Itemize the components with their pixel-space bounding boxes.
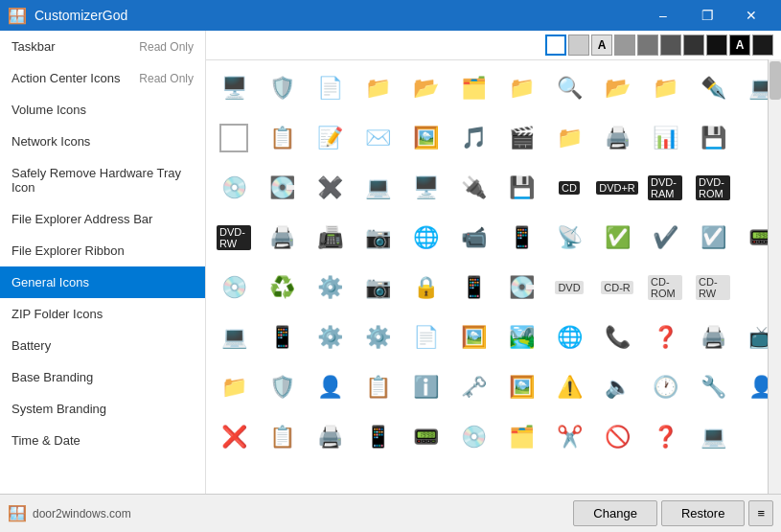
icon-cell[interactable]: 📁 bbox=[545, 114, 593, 162]
icon-cell[interactable]: DVD-ROM bbox=[689, 164, 737, 212]
minimize-button[interactable]: – bbox=[641, 0, 685, 31]
icon-cell[interactable]: 🛡️ bbox=[258, 64, 306, 112]
icon-cell[interactable]: 📁 bbox=[641, 64, 689, 112]
icon-cell[interactable]: 📝 bbox=[306, 114, 354, 162]
icon-cell[interactable]: 🖼️ bbox=[402, 114, 449, 162]
icon-cell[interactable]: 📡 bbox=[545, 214, 593, 262]
icon-cell[interactable]: 📋 bbox=[354, 363, 402, 411]
icon-cell[interactable]: 🛡️ bbox=[258, 363, 306, 411]
icon-cell[interactable]: 🖨️ bbox=[306, 413, 354, 461]
sidebar-item-safely-remove[interactable]: Safely Remove Hardware Tray Icon bbox=[0, 157, 205, 203]
close-button[interactable]: ✕ bbox=[729, 0, 773, 31]
icon-cell[interactable]: 🔧 bbox=[689, 363, 737, 411]
sidebar-item-general[interactable]: General Icons bbox=[0, 266, 205, 298]
icon-cell[interactable]: ✒️ bbox=[689, 64, 737, 112]
change-button[interactable]: Change bbox=[573, 500, 657, 526]
icon-cell[interactable]: 📊 bbox=[641, 114, 689, 162]
icon-cell[interactable]: ❌ bbox=[210, 413, 258, 461]
icon-cell[interactable] bbox=[210, 114, 258, 162]
icon-cell[interactable]: 🔈 bbox=[593, 363, 641, 411]
color-medium[interactable] bbox=[614, 35, 635, 56]
icon-cell[interactable]: 🗂️ bbox=[449, 64, 497, 112]
icon-cell[interactable]: ✅ bbox=[593, 214, 641, 262]
color-darkest[interactable] bbox=[706, 35, 727, 56]
color-darker[interactable] bbox=[683, 35, 704, 56]
icon-cell[interactable]: 🖼️ bbox=[497, 363, 545, 411]
icon-cell[interactable]: 🕐 bbox=[641, 363, 689, 411]
icon-cell[interactable]: 🗝️ bbox=[449, 363, 497, 411]
icon-cell[interactable]: 📁 bbox=[497, 64, 545, 112]
icon-cell[interactable]: 🖥️ bbox=[210, 64, 258, 112]
sidebar-item-system-branding[interactable]: System Branding bbox=[0, 393, 205, 425]
sidebar-item-network[interactable]: Network Icons bbox=[0, 126, 205, 157]
icon-cell[interactable]: 💿 bbox=[210, 264, 258, 312]
icon-cell[interactable]: 🎵 bbox=[449, 114, 497, 162]
icon-cell[interactable]: ⚙️ bbox=[354, 313, 402, 361]
icon-cell[interactable]: 📞 bbox=[593, 313, 641, 361]
icon-cell[interactable]: 📋 bbox=[258, 114, 306, 162]
color-letter-a[interactable]: A bbox=[591, 35, 612, 56]
sidebar-item-file-explorer-address[interactable]: File Explorer Address Bar bbox=[0, 203, 205, 235]
color-light[interactable] bbox=[568, 35, 589, 56]
icon-cell[interactable]: DVD-RAM bbox=[641, 164, 689, 212]
icon-cell[interactable]: 💾 bbox=[497, 164, 545, 212]
sidebar-item-zip[interactable]: ZIP Folder Icons bbox=[0, 298, 205, 330]
sidebar-item-taskbar[interactable]: Taskbar Read Only bbox=[0, 31, 205, 62]
icon-cell[interactable]: 🌐 bbox=[402, 214, 449, 262]
icon-cell[interactable]: 🖨️ bbox=[258, 214, 306, 262]
icon-cell[interactable]: CD-R bbox=[593, 264, 641, 312]
icon-cell[interactable]: 🔍 bbox=[545, 64, 593, 112]
icon-cell[interactable]: 📁 bbox=[210, 363, 258, 411]
icon-cell[interactable]: 📱 bbox=[449, 264, 497, 312]
icon-cell[interactable]: 🌐 bbox=[545, 313, 593, 361]
icon-cell[interactable]: 📠 bbox=[306, 214, 354, 262]
menu-button[interactable]: ≡ bbox=[748, 500, 773, 526]
icon-cell[interactable]: DVD bbox=[545, 264, 593, 312]
color-dark[interactable] bbox=[660, 35, 681, 56]
icon-cell[interactable]: 🎬 bbox=[497, 114, 545, 162]
icon-cell[interactable]: 🖥️ bbox=[402, 164, 449, 212]
icon-cell[interactable]: ✂️ bbox=[545, 413, 593, 461]
sidebar-item-battery[interactable]: Battery bbox=[0, 330, 205, 361]
icon-cell[interactable]: ℹ️ bbox=[402, 363, 449, 411]
icon-cell[interactable]: DVD-RW bbox=[210, 214, 258, 262]
icon-cell[interactable]: 💻 bbox=[689, 413, 737, 461]
maximize-button[interactable]: ❐ bbox=[685, 0, 729, 31]
icon-cell[interactable]: 📁 bbox=[354, 64, 402, 112]
icon-cell[interactable]: 📄 bbox=[402, 313, 449, 361]
icon-cell[interactable]: ✖️ bbox=[306, 164, 354, 212]
icon-cell[interactable]: ⚙️ bbox=[306, 264, 354, 312]
icon-cell[interactable]: CD-ROM bbox=[641, 264, 689, 312]
icon-cell[interactable]: 💾 bbox=[689, 114, 737, 162]
icon-cell[interactable]: 📹 bbox=[449, 214, 497, 262]
icon-cell[interactable]: 💻 bbox=[210, 313, 258, 361]
sidebar-item-base-branding[interactable]: Base Branding bbox=[0, 361, 205, 393]
icon-cell[interactable]: 🗂️ bbox=[497, 413, 545, 461]
restore-button[interactable]: Restore bbox=[661, 500, 746, 526]
icon-cell[interactable]: ❓ bbox=[641, 313, 689, 361]
icon-cell[interactable]: 🖼️ bbox=[449, 313, 497, 361]
icon-cell[interactable]: 📱 bbox=[497, 214, 545, 262]
sidebar-item-file-explorer-ribbon[interactable]: File Explorer Ribbon bbox=[0, 235, 205, 266]
sidebar-item-time-date[interactable]: Time & Date bbox=[0, 425, 205, 456]
sidebar-item-volume[interactable]: Volume Icons bbox=[0, 94, 205, 126]
icon-cell[interactable]: 📂 bbox=[593, 64, 641, 112]
icon-cell[interactable]: ❓ bbox=[641, 413, 689, 461]
icon-cell[interactable]: 📋 bbox=[258, 413, 306, 461]
icon-cell[interactable]: DVD+R bbox=[593, 164, 641, 212]
icon-cell[interactable]: 🖨️ bbox=[593, 114, 641, 162]
scrollbar-track[interactable] bbox=[768, 59, 781, 494]
icon-cell[interactable]: ⚙️ bbox=[306, 313, 354, 361]
icon-cell[interactable]: 📷 bbox=[354, 264, 402, 312]
icon-cell[interactable]: ♻️ bbox=[258, 264, 306, 312]
icon-cell[interactable]: 💽 bbox=[497, 264, 545, 312]
icon-cell[interactable]: 📂 bbox=[402, 64, 449, 112]
icon-cell[interactable]: 📱 bbox=[354, 413, 402, 461]
icon-cell[interactable]: ✔️ bbox=[641, 214, 689, 262]
icon-cell[interactable]: 🔒 bbox=[402, 264, 449, 312]
icon-cell[interactable]: CD-RW bbox=[689, 264, 737, 312]
icon-cell[interactable]: 📷 bbox=[354, 214, 402, 262]
icon-cell[interactable]: ⚠️ bbox=[545, 363, 593, 411]
color-black[interactable]: A bbox=[729, 35, 750, 56]
icon-cell[interactable]: 💿 bbox=[210, 164, 258, 212]
